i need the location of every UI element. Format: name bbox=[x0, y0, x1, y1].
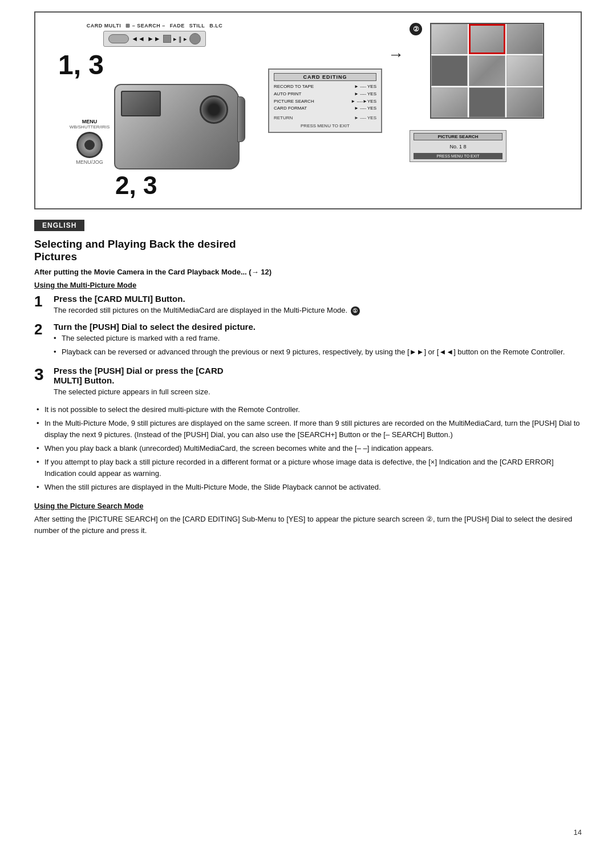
camera-section: CARD MULTI ⊞ – SEARCH – FADE STILL B.LC … bbox=[47, 23, 262, 198]
step-2-content: Turn the [PUSH] Dial to select the desir… bbox=[54, 322, 582, 360]
picture-search-title: PICTURE SEARCH bbox=[414, 133, 502, 140]
diagram-area: CARD MULTI ⊞ – SEARCH – FADE STILL B.LC … bbox=[34, 11, 582, 209]
section-title-line2: Pictures bbox=[34, 251, 77, 263]
menu-row-1-left: RECORD TO TAPE bbox=[274, 83, 314, 91]
mode-label: Using the Multi-Picture Mode bbox=[34, 281, 582, 289]
pause-play-icon: ▸ ‖ ▸ bbox=[173, 35, 187, 43]
step-2-bullet-2: Playback can be reversed or advanced thr… bbox=[54, 346, 582, 358]
step-1-body: The recorded still pictures on the Multi… bbox=[54, 305, 582, 316]
step-badge-23: 2, 3 bbox=[115, 173, 157, 198]
rewind-icon: ◄◄ bbox=[131, 35, 145, 43]
push-dial bbox=[76, 132, 103, 158]
bullet-general-1: In the Multi-Picture Mode, 9 still pictu… bbox=[37, 418, 582, 441]
thumb-4 bbox=[431, 55, 468, 86]
step-3-title: Press the [PUSH] Dial or press the [CARD… bbox=[54, 366, 582, 385]
menu-row-2-left: AUTO PRINT bbox=[274, 91, 301, 98]
step-3-num: 3 bbox=[34, 366, 48, 383]
menu-screen-title: CARD EDITING bbox=[274, 73, 376, 81]
bullets-general: It is not possible to select the desired… bbox=[37, 404, 582, 494]
press-menu-text: PRESS MENU TO EXIT bbox=[274, 123, 376, 128]
btn-card-multi bbox=[108, 34, 129, 43]
step-1: 1 Press the [CARD MULTI] Button. The rec… bbox=[34, 294, 582, 316]
menu-row-1: RECORD TO TAPE ► ---- YES bbox=[274, 83, 376, 91]
circle-badge-1-ref: ① bbox=[351, 306, 360, 316]
thumb-8 bbox=[469, 87, 505, 118]
section-title-line1: Selecting and Playing Back the desired bbox=[34, 238, 236, 250]
menu-row-4: CARD FORMAT ► ---- YES bbox=[274, 105, 376, 112]
step-2-num: 2 bbox=[34, 322, 48, 337]
thumb-5 bbox=[469, 55, 505, 86]
picture-search-section-body: After setting the [PICTURE SEARCH] on th… bbox=[34, 514, 582, 538]
menu-row-3-left: PICTURE SEARCH bbox=[274, 98, 314, 106]
picture-search-bar: PRESS MENU TO EXIT bbox=[414, 153, 502, 159]
step-2: 2 Turn the [PUSH] Dial to select the des… bbox=[34, 322, 582, 360]
menu-return-row: RETURN ► ---- YES PRESS MENU TO EXIT bbox=[274, 115, 376, 128]
label-still: STILL bbox=[189, 23, 205, 29]
step-1-title: Press the [CARD MULTI] Button. bbox=[54, 294, 582, 304]
bullet-general-2: When you play back a blank (unrecorded) … bbox=[37, 443, 582, 454]
arrow-right-icon: → bbox=[388, 46, 404, 64]
page-number: 14 bbox=[574, 828, 582, 837]
step-2-title: Turn the [PUSH] Dial to select the desir… bbox=[54, 322, 582, 332]
thumb-1 bbox=[431, 24, 468, 54]
step-3-body: The selected picture appears in full scr… bbox=[54, 386, 582, 398]
section-title: Selecting and Playing Back the desired P… bbox=[34, 238, 582, 263]
menu-row-3-dots: ► ----►YES bbox=[351, 98, 376, 106]
menu-row-4-dots: ► ---- YES bbox=[354, 105, 376, 112]
menu-screen: CARD EDITING RECORD TO TAPE ► ---- YES A… bbox=[268, 68, 382, 133]
page: CARD MULTI ⊞ – SEARCH – FADE STILL B.LC … bbox=[0, 0, 616, 848]
thumbnail-grid bbox=[430, 23, 544, 119]
label-fade: FADE bbox=[170, 23, 185, 29]
btn-play bbox=[189, 33, 201, 45]
bullet-general-4: When the still pictures are displayed in… bbox=[37, 482, 582, 493]
viewfinder bbox=[121, 91, 161, 116]
thumb-6 bbox=[506, 55, 543, 86]
thumb-9 bbox=[506, 87, 543, 118]
thumb-7 bbox=[431, 87, 468, 118]
camera-lens bbox=[200, 95, 228, 124]
wb-label: WB/SHUTTER/IRIS bbox=[70, 124, 110, 130]
thumb-3 bbox=[506, 24, 543, 54]
menu-label: MENU bbox=[82, 119, 98, 124]
return-label: RETURN bbox=[274, 115, 293, 122]
picture-search-section-title: Using the Picture Search Mode bbox=[34, 502, 582, 510]
picture-search-num: No. 1 8 bbox=[414, 144, 502, 150]
main-content: ENGLISH Selecting and Playing Back the d… bbox=[34, 220, 582, 537]
camera-grip bbox=[237, 96, 245, 142]
menu-jog-label: MENU/JOG bbox=[76, 159, 103, 165]
step-2-bullet-1: The selected picture is marked with a re… bbox=[54, 333, 582, 344]
intro-text: After putting the Movie Camera in the Ca… bbox=[34, 268, 582, 276]
camera-body bbox=[114, 84, 240, 169]
bullet-general-3: If you attempt to play back a still pict… bbox=[37, 457, 582, 479]
english-badge: ENGLISH bbox=[34, 220, 84, 231]
menu-row-4-left: CARD FORMAT bbox=[274, 105, 307, 112]
menu-row-2: AUTO PRINT ► ---- YES bbox=[274, 91, 376, 98]
ffwd-icon: ►► bbox=[147, 35, 161, 43]
step-3: 3 Press the [PUSH] Dial or press the [CA… bbox=[34, 366, 582, 398]
picture-search-panel: PICTURE SEARCH No. 1 8 PRESS MENU TO EXI… bbox=[410, 130, 506, 162]
camera-top-labels: CARD MULTI ⊞ – SEARCH – FADE STILL B.LC bbox=[87, 23, 222, 29]
bullet-general-0: It is not possible to select the desired… bbox=[37, 404, 582, 415]
menu-screen-area: CARD EDITING RECORD TO TAPE ► ---- YES A… bbox=[268, 57, 382, 133]
thumbnails-block bbox=[430, 23, 544, 119]
badge2-thumbnails-row: ② bbox=[410, 23, 544, 119]
menu-row-2-dots: ► ---- YES bbox=[354, 91, 376, 98]
menu-row-1-dots: ► ---- YES bbox=[354, 83, 376, 91]
menu-row-3: PICTURE SEARCH ► ----►YES bbox=[274, 98, 376, 106]
picture-search-block: PICTURE SEARCH No. 1 8 PRESS MENU TO EXI… bbox=[410, 130, 506, 162]
step-badge-13: 1, 3 bbox=[58, 51, 104, 79]
label-card-multi: CARD MULTI bbox=[87, 23, 121, 29]
step-1-num: 1 bbox=[34, 294, 48, 309]
button-row-top: ◄◄ ►► ▸ ‖ ▸ bbox=[103, 31, 206, 47]
right-section: ② bbox=[410, 23, 569, 162]
return-dots: ► ---- YES bbox=[354, 115, 376, 122]
step-1-content: Press the [CARD MULTI] Button. The recor… bbox=[54, 294, 582, 316]
label-search: ⊞ – SEARCH – bbox=[125, 23, 165, 29]
step-3-content: Press the [PUSH] Dial or press the [CARD… bbox=[54, 366, 582, 398]
btn-stop bbox=[163, 35, 171, 43]
badge-2: ② bbox=[410, 23, 422, 35]
label-blc: B.LC bbox=[209, 23, 222, 29]
thumb-2-highlighted bbox=[469, 24, 505, 54]
